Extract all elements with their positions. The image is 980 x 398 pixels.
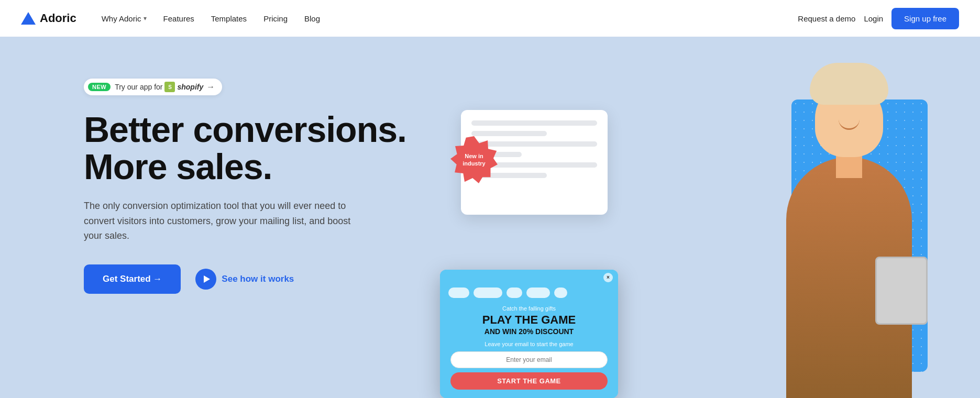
hero-title-line2: More sales. xyxy=(84,147,272,186)
badge-text: Try our app for xyxy=(115,83,162,91)
brand-name: Adoric xyxy=(40,12,76,25)
play-triangle-icon xyxy=(204,275,210,283)
chevron-down-icon: ▾ xyxy=(144,15,147,22)
shopify-badge[interactable]: NEW Try our app for S shopify → xyxy=(84,79,222,95)
cloud-2 xyxy=(474,288,502,298)
hero-actions: Get Started → See how it works xyxy=(84,264,409,294)
hero-left: NEW Try our app for S shopify → Better c… xyxy=(84,68,409,294)
shopify-name: shopify xyxy=(177,83,203,91)
request-demo-link[interactable]: Request a demo xyxy=(798,14,855,23)
hero-title-line1: Better conversions. xyxy=(84,109,406,149)
popup-instruction: Leave your email to start the game xyxy=(450,341,608,347)
popup-main-title: PLAY THE GAME xyxy=(450,314,608,326)
see-how-label: See how it works xyxy=(222,274,294,284)
nav-links: Why Adoric ▾ Features Templates Pricing xyxy=(95,10,326,27)
popup-close-button[interactable]: × xyxy=(603,273,613,282)
nav-link-blog[interactable]: Blog xyxy=(298,10,326,27)
logo-triangle-icon xyxy=(21,12,36,25)
cloud-3 xyxy=(506,288,522,298)
popup-card: × Catch the falling gifts PLAY THE GAME … xyxy=(440,270,618,398)
doc-line-3 xyxy=(471,141,597,147)
popup-catch-text: Catch the falling gifts xyxy=(450,305,608,312)
nav-item-why: Why Adoric ▾ xyxy=(95,10,153,27)
person-image xyxy=(770,63,928,398)
cloud-4 xyxy=(526,288,550,298)
nav-link-templates[interactable]: Templates xyxy=(205,10,253,27)
cloud-5 xyxy=(554,288,567,298)
doc-line-1 xyxy=(471,120,597,126)
hero-title: Better conversions. More sales. xyxy=(84,111,409,186)
navbar: Adoric Why Adoric ▾ Features Templates xyxy=(0,0,980,37)
popup-header: × xyxy=(440,270,618,285)
logo[interactable]: Adoric xyxy=(21,12,76,25)
cloud-1 xyxy=(448,288,469,298)
badge-new-label: NEW xyxy=(88,83,111,91)
see-how-button[interactable]: See how it works xyxy=(195,269,294,290)
nav-link-why[interactable]: Why Adoric ▾ xyxy=(95,10,153,27)
shopify-icon: S xyxy=(164,82,175,92)
login-link[interactable]: Login xyxy=(864,14,883,23)
signup-button[interactable]: Sign up free xyxy=(891,8,959,29)
get-started-button[interactable]: Get Started → xyxy=(84,264,181,294)
popup-sub-title: AND WIN 20% DISCOUNT xyxy=(450,327,608,336)
popup-start-button[interactable]: START THE GAME xyxy=(450,372,608,390)
nav-right: Request a demo Login Sign up free xyxy=(798,8,959,29)
play-button-icon xyxy=(195,269,216,290)
nav-left: Adoric Why Adoric ▾ Features Templates xyxy=(21,10,326,27)
hero-right: New in industry × xyxy=(430,68,938,398)
nav-item-features: Features xyxy=(157,10,201,27)
person-tablet xyxy=(875,257,928,325)
hero-subtitle: The only conversion optimization tool th… xyxy=(84,198,367,244)
hero-section: NEW Try our app for S shopify → Better c… xyxy=(0,37,980,398)
person-hair xyxy=(810,63,888,105)
nav-link-pricing[interactable]: Pricing xyxy=(257,10,294,27)
popup-body: Catch the falling gifts PLAY THE GAME AN… xyxy=(440,300,618,398)
nav-link-features[interactable]: Features xyxy=(157,10,201,27)
popup-clouds xyxy=(440,285,618,300)
nav-item-blog: Blog xyxy=(298,10,326,27)
doc-line-2 xyxy=(471,131,547,136)
badge-industry-text: New in industry xyxy=(463,152,485,168)
badge-arrow-icon: → xyxy=(206,82,215,92)
nav-item-templates: Templates xyxy=(205,10,253,27)
popup-email-input[interactable] xyxy=(450,351,608,368)
nav-item-pricing: Pricing xyxy=(257,10,294,27)
badge-shopify-container: Try our app for S shopify → xyxy=(115,82,215,92)
